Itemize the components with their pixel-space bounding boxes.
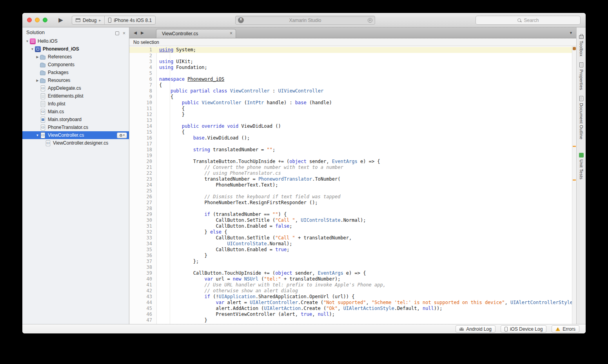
line-number[interactable]: 7: [129, 82, 157, 88]
code-line-38[interactable]: 38: [129, 264, 576, 270]
search-field[interactable]: Search: [476, 16, 581, 25]
tab-viewcontroller-cs[interactable]: ViewController.cs ×: [156, 29, 236, 38]
code-line-36[interactable]: 36 }: [129, 253, 576, 259]
tree-item-main-cs[interactable]: Main.cs: [22, 108, 129, 116]
line-number[interactable]: 18: [129, 147, 157, 153]
line-number[interactable]: 1: [129, 47, 157, 53]
disclosure-open-icon[interactable]: ▼: [25, 40, 30, 43]
line-number[interactable]: 33: [129, 235, 157, 241]
line-number[interactable]: 38: [129, 264, 157, 270]
code-line-32[interactable]: 32 } else {: [129, 229, 576, 235]
code-line-37[interactable]: 37 };: [129, 259, 576, 264]
disclosure-closed-icon[interactable]: ▶: [35, 55, 40, 59]
tree-item-references[interactable]: ▶References: [22, 53, 129, 61]
operations-icon[interactable]: [368, 18, 372, 23]
code-line-41[interactable]: 41 // Use URL handler with tel: prefix t…: [129, 282, 576, 288]
code-line-5[interactable]: 5: [129, 71, 576, 76]
line-number[interactable]: 15: [129, 129, 157, 135]
line-number[interactable]: 42: [129, 288, 157, 294]
navigate-back-icon[interactable]: ◀: [132, 31, 139, 35]
close-button[interactable]: [27, 18, 32, 22]
code-line-6[interactable]: 6namespace Phoneword_iOS: [129, 76, 576, 82]
code-line-4[interactable]: 4using Foundation;: [129, 65, 576, 71]
quick-task-strip[interactable]: [572, 46, 576, 324]
line-number[interactable]: 22: [129, 170, 157, 176]
code-line-24[interactable]: 24 PhoneNumberText.Text);: [129, 182, 576, 188]
dock-tab-properties[interactable]: Properties: [579, 62, 584, 90]
dock-icon[interactable]: [115, 31, 119, 35]
line-number[interactable]: 37: [129, 259, 157, 264]
tree-item-resources[interactable]: ▶Resources: [22, 76, 129, 84]
line-number[interactable]: 46: [129, 311, 157, 317]
line-number[interactable]: 12: [129, 112, 157, 118]
code-line-11[interactable]: 11 {: [129, 106, 576, 112]
code-line-19[interactable]: 19: [129, 153, 576, 159]
line-number[interactable]: 41: [129, 282, 157, 288]
errors-button[interactable]: Errors: [552, 325, 579, 333]
tree-item-main-storyboard[interactable]: Main.storyboard: [22, 116, 129, 123]
code-line-14[interactable]: 14 public override void ViewDidLoad (): [129, 123, 576, 129]
device-segment[interactable]: iPhone 4s iOS 8.1: [104, 16, 155, 24]
tree-item-hello-ios[interactable]: ▼Hello.iOS: [22, 37, 129, 45]
change-marker[interactable]: [573, 179, 576, 181]
config-segment[interactable]: Debug ▸: [72, 16, 104, 24]
line-number[interactable]: 34: [129, 241, 157, 247]
code-line-45[interactable]: 45 alert.AddAction (UIAlertAction.Create…: [129, 306, 576, 311]
code-line-23[interactable]: 23 translatedNumber = PhonewordTranslato…: [129, 176, 576, 182]
code-line-40[interactable]: 40 var url = new NSUrl ("tel:" + transla…: [129, 276, 576, 282]
line-number[interactable]: 17: [129, 141, 157, 147]
code-line-43[interactable]: 43 if (!UIApplication.SharedApplication.…: [129, 294, 576, 300]
tree-item-entitlements-plist[interactable]: Entitlements.plist: [22, 92, 129, 100]
navigate-forward-icon[interactable]: ▶: [139, 31, 146, 35]
disclosure-open-icon[interactable]: ▼: [35, 134, 40, 137]
android-log-button[interactable]: Android Log: [456, 325, 495, 333]
code-line-26[interactable]: 26 // Dismiss the keyboard if text field…: [129, 194, 576, 200]
line-number[interactable]: 26: [129, 194, 157, 200]
code-line-34[interactable]: 34 UIControlState.Normal);: [129, 241, 576, 247]
code-line-25[interactable]: 25: [129, 188, 576, 194]
code-line-27[interactable]: 27 PhoneNumberText.ResignFirstResponder …: [129, 200, 576, 206]
code-line-29[interactable]: 29 if (translatedNumber == "") {: [129, 212, 576, 217]
run-button[interactable]: [56, 16, 65, 24]
code-line-31[interactable]: 31 CallButton.Enabled = false;: [129, 223, 576, 229]
code-line-12[interactable]: 12 }: [129, 112, 576, 118]
line-number[interactable]: 4: [129, 65, 157, 71]
tree-item-components[interactable]: Components: [22, 61, 129, 69]
code-line-1[interactable]: 1using System;: [129, 47, 576, 53]
line-number[interactable]: 24: [129, 182, 157, 188]
code-line-18[interactable]: 18 string translatedNumber = "";: [129, 147, 576, 153]
tab-close-icon[interactable]: ×: [230, 31, 232, 36]
tree-item-packages[interactable]: Packages: [22, 69, 129, 76]
code-line-20[interactable]: 20 TranslateButton.TouchUpInside += (obj…: [129, 159, 576, 165]
code-line-46[interactable]: 46 PresentViewController (alert, true, n…: [129, 311, 576, 317]
line-number[interactable]: 31: [129, 223, 157, 229]
ios-device-log-button[interactable]: iOS Device Log: [501, 325, 546, 333]
line-number[interactable]: 3: [129, 59, 157, 65]
code-line-22[interactable]: 22 // using PhoneTranslator.cs: [129, 170, 576, 176]
code-line-13[interactable]: 13: [129, 118, 576, 123]
line-number[interactable]: 23: [129, 176, 157, 182]
line-number[interactable]: 11: [129, 106, 157, 112]
code-line-9[interactable]: 9 {: [129, 94, 576, 100]
code-line-16[interactable]: 16 base.ViewDidLoad ();: [129, 135, 576, 141]
line-number[interactable]: 32: [129, 229, 157, 235]
dock-tab-toolbox[interactable]: Toolbox: [579, 34, 584, 56]
code-line-21[interactable]: 21 // Convert the phone number with text…: [129, 165, 576, 170]
line-number[interactable]: 29: [129, 212, 157, 217]
line-number[interactable]: 6: [129, 76, 157, 82]
dock-tab-unit-tests[interactable]: Unit Tests: [579, 153, 584, 179]
dock-tab-document-outline[interactable]: Document Outline: [579, 96, 584, 139]
line-number[interactable]: 21: [129, 165, 157, 170]
disclosure-open-icon[interactable]: ▼: [30, 47, 35, 51]
code-line-42[interactable]: 42 // otherwise show an alert dialog: [129, 288, 576, 294]
line-number[interactable]: 8: [129, 88, 157, 94]
analysis-status-icon[interactable]: [573, 47, 576, 50]
line-number[interactable]: 36: [129, 253, 157, 259]
change-marker[interactable]: [573, 146, 576, 147]
code-line-17[interactable]: 17: [129, 141, 576, 147]
code-line-3[interactable]: 3using UIKit;: [129, 59, 576, 65]
line-number[interactable]: 39: [129, 270, 157, 276]
code-line-7[interactable]: 7{: [129, 82, 576, 88]
line-number[interactable]: 16: [129, 135, 157, 141]
line-number[interactable]: 27: [129, 200, 157, 206]
